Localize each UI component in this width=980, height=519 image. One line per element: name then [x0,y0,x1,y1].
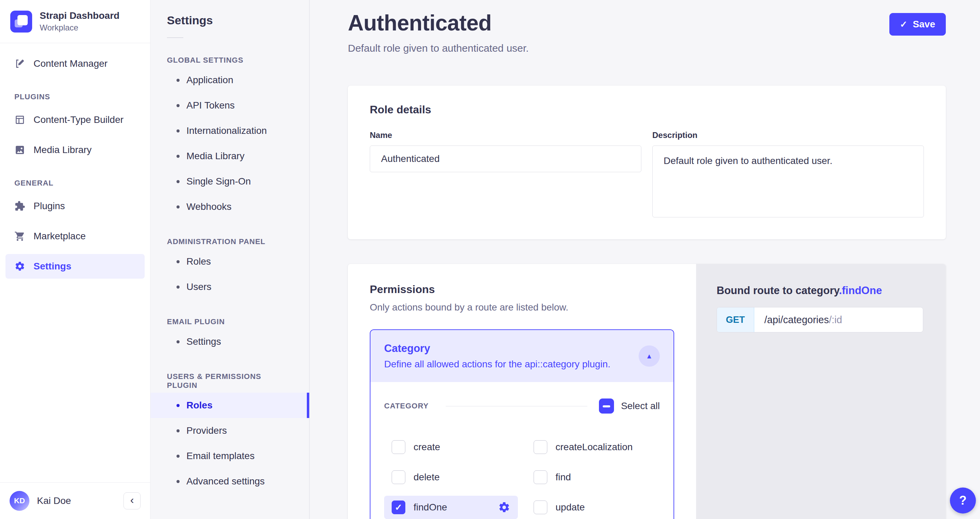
nav-item-label: Plugins [33,201,65,212]
settings-section-email-plugin: EMAIL PLUGIN [151,317,309,326]
brand-text: Strapi Dashboard Workplace [40,10,119,32]
category-accordion-body: CATEGORY Select all create [371,382,673,519]
select-all[interactable]: Select all [599,399,660,414]
category-accordion-title: Category [384,342,611,355]
settings-item-label: API Tokens [186,100,235,111]
bullet-icon [177,205,180,209]
nav-item-content-type-builder[interactable]: Content-Type Builder [5,107,145,132]
settings-item-label: Settings [186,336,221,347]
bound-route-panel: Bound route to category.findOne GET /api… [696,264,946,519]
category-group-row: CATEGORY Select all [384,399,660,414]
route-path: /api/categories/:id [754,307,853,332]
checkbox-create-localization[interactable] [534,440,547,454]
permission-label: findOne [414,502,447,513]
settings-item-label: Users [186,281,212,292]
permission-label: find [555,472,571,483]
workspace-switcher[interactable]: Strapi Dashboard Workplace [0,0,150,43]
nav-item-media-library[interactable]: Media Library [5,137,145,162]
bullet-icon [177,79,180,82]
settings-item-single-sign-on[interactable]: Single Sign-On [151,169,309,194]
settings-item-label: Email templates [186,450,255,462]
main-nav: Content Manager PLUGINS Content-Type Bui… [0,43,150,482]
bound-route-title: Bound route to category.findOne [717,284,925,297]
permission-label: delete [414,472,439,483]
settings-item-up-roles[interactable]: Roles [151,393,309,418]
settings-item-application[interactable]: Application [151,67,309,93]
settings-section-users-permissions: USERS & PERMISSIONS PLUGIN [151,372,309,390]
checkbox-update[interactable] [534,500,547,514]
permission-create[interactable]: create [384,436,518,459]
name-label: Name [370,131,641,140]
user-row[interactable]: KD Kai Doe ‹ [0,482,150,519]
settings-item-providers[interactable]: Providers [151,418,309,443]
nav-item-content-manager[interactable]: Content Manager [5,51,145,76]
description-textarea[interactable]: Default role given to authenticated user… [652,145,924,217]
category-group-label: CATEGORY [384,402,429,410]
save-button-label: Save [913,19,935,30]
nav-item-label: Content Manager [33,58,107,69]
settings-item-label: Roles [186,256,211,267]
permission-label: createLocalization [555,442,633,453]
main-sidebar: Strapi Dashboard Workplace Content Manag… [0,0,151,519]
settings-item-label: Roles [186,400,212,411]
bullet-icon [177,480,180,483]
nav-item-label: Marketplace [33,231,86,242]
save-button[interactable]: ✓ Save [889,13,946,36]
settings-item-internationalization[interactable]: Internationalization [151,118,309,144]
settings-item-email-templates[interactable]: Email templates [151,443,309,469]
settings-item-admin-roles[interactable]: Roles [151,249,309,274]
settings-item-label: Single Sign-On [186,176,251,187]
select-all-checkbox[interactable] [599,399,614,414]
avatar: KD [10,491,29,511]
checkbox-find[interactable] [534,470,547,484]
bullet-icon [177,155,180,158]
strapi-logo-icon [10,11,32,32]
settings-item-email-settings[interactable]: Settings [151,329,309,355]
permission-update[interactable]: update [526,496,660,519]
permission-delete[interactable]: delete [384,466,518,489]
checkbox-delete[interactable] [392,470,405,484]
checkbox-find-one[interactable]: ✓ [392,500,405,514]
category-accordion-header[interactable]: Category Define all allowed actions for … [371,330,673,382]
settings-item-webhooks[interactable]: Webhooks [151,194,309,219]
puzzle-icon [14,201,25,212]
settings-item-label: Media Library [186,151,245,161]
permission-find-one[interactable]: ✓ findOne [384,496,518,519]
divider [167,37,183,38]
settings-item-api-tokens[interactable]: API Tokens [151,93,309,118]
page-content: Role details Name Description Default ro… [310,86,980,519]
collapse-accordion-button[interactable]: ▲ [639,345,660,367]
chevron-up-icon: ▲ [646,352,653,360]
nav-item-label: Media Library [33,144,92,155]
name-input[interactable] [370,145,641,172]
category-accordion-text: Category Define all allowed actions for … [384,342,611,370]
route-path-main: /api/categories [765,314,829,326]
help-button[interactable]: ? [950,487,976,514]
settings-item-label: Webhooks [186,201,232,212]
collapse-sidebar-button[interactable]: ‹ [124,492,141,509]
check-icon: ✓ [900,19,907,30]
permission-find[interactable]: find [526,466,660,489]
bullet-icon [177,129,180,133]
permission-create-localization[interactable]: createLocalization [526,436,660,459]
checkbox-create[interactable] [392,440,405,454]
bound-route-title-method: .findOne [839,284,882,297]
bullet-icon [177,429,180,433]
user-name: Kai Doe [37,495,116,506]
gear-icon[interactable] [498,501,510,514]
nav-item-marketplace[interactable]: Marketplace [5,224,145,249]
settings-item-media-library[interactable]: Media Library [151,144,309,169]
settings-section-admin-panel: ADMINISTRATION PANEL [151,237,309,246]
page-header: Authenticated Default role given to auth… [310,0,980,54]
permissions-card: Permissions Only actions bound by a rout… [348,264,946,519]
settings-item-admin-users[interactable]: Users [151,274,309,300]
permissions-title: Permissions [370,283,674,296]
bound-route-title-prefix: Bound route to category [717,284,839,297]
settings-item-label: Internationalization [186,125,267,136]
permission-label: create [414,442,440,453]
description-label: Description [652,131,924,140]
nav-item-plugins[interactable]: Plugins [5,194,145,219]
nav-item-settings[interactable]: Settings [5,254,145,279]
settings-item-advanced-settings[interactable]: Advanced settings [151,469,309,494]
nav-item-label: Content-Type Builder [33,114,124,125]
